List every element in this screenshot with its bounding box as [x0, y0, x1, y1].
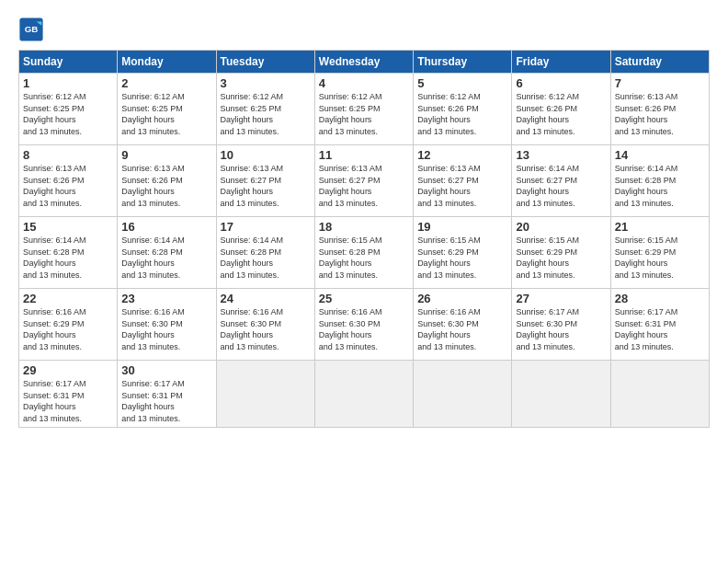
day-info: Sunrise: 6:14 AMSunset: 6:28 PMDaylight …	[23, 235, 113, 281]
calendar-cell: 10Sunrise: 6:13 AMSunset: 6:27 PMDayligh…	[216, 145, 314, 217]
day-info: Sunrise: 6:15 AMSunset: 6:29 PMDaylight …	[516, 235, 606, 281]
day-info: Sunrise: 6:16 AMSunset: 6:29 PMDaylight …	[23, 306, 113, 352]
weekday-header: Sunday	[19, 51, 118, 74]
day-number: 20	[516, 220, 606, 234]
day-number: 16	[121, 220, 211, 234]
day-info: Sunrise: 6:17 AMSunset: 6:30 PMDaylight …	[516, 306, 606, 352]
day-info: Sunrise: 6:14 AMSunset: 6:28 PMDaylight …	[121, 235, 211, 281]
day-info: Sunrise: 6:12 AMSunset: 6:26 PMDaylight …	[516, 91, 606, 137]
day-info: Sunrise: 6:17 AMSunset: 6:31 PMDaylight …	[615, 306, 705, 352]
calendar-cell: 14Sunrise: 6:14 AMSunset: 6:28 PMDayligh…	[610, 145, 709, 217]
calendar-cell	[414, 361, 512, 428]
calendar: SundayMondayTuesdayWednesdayThursdayFrid…	[18, 50, 710, 428]
day-number: 24	[221, 292, 311, 305]
calendar-cell: 2Sunrise: 6:12 AMSunset: 6:25 PMDaylight…	[118, 74, 216, 145]
day-number: 19	[417, 220, 507, 234]
svg-text:GB: GB	[25, 24, 39, 34]
day-number: 29	[23, 363, 113, 377]
day-info: Sunrise: 6:13 AMSunset: 6:27 PMDaylight …	[319, 163, 409, 209]
day-info: Sunrise: 6:12 AMSunset: 6:26 PMDaylight …	[417, 91, 507, 137]
calendar-cell: 23Sunrise: 6:16 AMSunset: 6:30 PMDayligh…	[118, 289, 216, 361]
calendar-cell: 26Sunrise: 6:16 AMSunset: 6:30 PMDayligh…	[414, 289, 512, 361]
day-info: Sunrise: 6:13 AMSunset: 6:27 PMDaylight …	[417, 163, 507, 209]
calendar-cell	[216, 361, 314, 428]
day-info: Sunrise: 6:12 AMSunset: 6:25 PMDaylight …	[121, 91, 211, 137]
day-number: 25	[319, 292, 409, 305]
calendar-cell: 4Sunrise: 6:12 AMSunset: 6:25 PMDaylight…	[314, 74, 413, 145]
day-number: 13	[516, 148, 606, 162]
day-info: Sunrise: 6:13 AMSunset: 6:26 PMDaylight …	[23, 163, 113, 209]
day-number: 26	[417, 292, 507, 305]
day-number: 21	[615, 220, 705, 234]
day-number: 1	[23, 76, 113, 90]
day-info: Sunrise: 6:15 AMSunset: 6:29 PMDaylight …	[615, 235, 705, 281]
calendar-cell: 28Sunrise: 6:17 AMSunset: 6:31 PMDayligh…	[610, 289, 709, 361]
calendar-week-row: 1Sunrise: 6:12 AMSunset: 6:25 PMDaylight…	[19, 74, 710, 145]
day-info: Sunrise: 6:17 AMSunset: 6:31 PMDaylight …	[121, 378, 211, 424]
day-number: 22	[23, 292, 113, 305]
calendar-cell: 9Sunrise: 6:13 AMSunset: 6:26 PMDaylight…	[118, 145, 216, 217]
calendar-cell: 19Sunrise: 6:15 AMSunset: 6:29 PMDayligh…	[414, 217, 512, 289]
calendar-cell: 17Sunrise: 6:14 AMSunset: 6:28 PMDayligh…	[216, 217, 314, 289]
day-number: 12	[417, 148, 507, 162]
day-info: Sunrise: 6:14 AMSunset: 6:28 PMDaylight …	[615, 163, 705, 209]
calendar-cell: 3Sunrise: 6:12 AMSunset: 6:25 PMDaylight…	[216, 74, 314, 145]
weekday-header: Wednesday	[314, 51, 413, 74]
day-info: Sunrise: 6:14 AMSunset: 6:28 PMDaylight …	[221, 235, 311, 281]
calendar-cell: 29Sunrise: 6:17 AMSunset: 6:31 PMDayligh…	[19, 361, 118, 428]
calendar-cell: 1Sunrise: 6:12 AMSunset: 6:25 PMDaylight…	[19, 74, 118, 145]
calendar-cell: 21Sunrise: 6:15 AMSunset: 6:29 PMDayligh…	[610, 217, 709, 289]
calendar-cell: 11Sunrise: 6:13 AMSunset: 6:27 PMDayligh…	[314, 145, 413, 217]
day-number: 18	[319, 220, 409, 234]
day-number: 23	[121, 292, 211, 305]
calendar-week-row: 29Sunrise: 6:17 AMSunset: 6:31 PMDayligh…	[19, 361, 710, 428]
weekday-header: Tuesday	[216, 51, 314, 74]
logo-icon: GB	[18, 17, 44, 42]
calendar-cell: 5Sunrise: 6:12 AMSunset: 6:26 PMDaylight…	[414, 74, 512, 145]
calendar-cell	[314, 361, 413, 428]
day-number: 6	[516, 76, 606, 90]
calendar-cell: 22Sunrise: 6:16 AMSunset: 6:29 PMDayligh…	[19, 289, 118, 361]
day-info: Sunrise: 6:16 AMSunset: 6:30 PMDaylight …	[417, 306, 507, 352]
day-number: 3	[221, 76, 311, 90]
header: GB	[18, 17, 710, 42]
calendar-week-row: 8Sunrise: 6:13 AMSunset: 6:26 PMDaylight…	[19, 145, 710, 217]
calendar-cell: 13Sunrise: 6:14 AMSunset: 6:27 PMDayligh…	[512, 145, 610, 217]
day-info: Sunrise: 6:13 AMSunset: 6:27 PMDaylight …	[221, 163, 311, 209]
weekday-header: Saturday	[610, 51, 709, 74]
day-info: Sunrise: 6:15 AMSunset: 6:29 PMDaylight …	[417, 235, 507, 281]
calendar-cell: 7Sunrise: 6:13 AMSunset: 6:26 PMDaylight…	[610, 74, 709, 145]
calendar-cell: 16Sunrise: 6:14 AMSunset: 6:28 PMDayligh…	[118, 217, 216, 289]
calendar-cell: 30Sunrise: 6:17 AMSunset: 6:31 PMDayligh…	[118, 361, 216, 428]
day-number: 7	[615, 76, 705, 90]
day-info: Sunrise: 6:17 AMSunset: 6:31 PMDaylight …	[23, 378, 113, 424]
calendar-header-row: SundayMondayTuesdayWednesdayThursdayFrid…	[19, 51, 710, 74]
day-info: Sunrise: 6:15 AMSunset: 6:28 PMDaylight …	[319, 235, 409, 281]
day-number: 5	[417, 76, 507, 90]
weekday-header: Thursday	[414, 51, 512, 74]
day-number: 14	[615, 148, 705, 162]
calendar-cell: 20Sunrise: 6:15 AMSunset: 6:29 PMDayligh…	[512, 217, 610, 289]
day-number: 8	[23, 148, 113, 162]
calendar-cell: 8Sunrise: 6:13 AMSunset: 6:26 PMDaylight…	[19, 145, 118, 217]
day-number: 11	[319, 148, 409, 162]
day-number: 9	[121, 148, 211, 162]
weekday-header: Monday	[118, 51, 216, 74]
calendar-cell: 6Sunrise: 6:12 AMSunset: 6:26 PMDaylight…	[512, 74, 610, 145]
calendar-cell	[610, 361, 709, 428]
calendar-week-row: 15Sunrise: 6:14 AMSunset: 6:28 PMDayligh…	[19, 217, 710, 289]
day-number: 4	[319, 76, 409, 90]
day-number: 17	[221, 220, 311, 234]
calendar-cell: 24Sunrise: 6:16 AMSunset: 6:30 PMDayligh…	[216, 289, 314, 361]
day-info: Sunrise: 6:14 AMSunset: 6:27 PMDaylight …	[516, 163, 606, 209]
day-number: 15	[23, 220, 113, 234]
day-info: Sunrise: 6:13 AMSunset: 6:26 PMDaylight …	[615, 91, 705, 137]
day-info: Sunrise: 6:16 AMSunset: 6:30 PMDaylight …	[121, 306, 211, 352]
calendar-cell: 12Sunrise: 6:13 AMSunset: 6:27 PMDayligh…	[414, 145, 512, 217]
weekday-header: Friday	[512, 51, 610, 74]
calendar-cell: 15Sunrise: 6:14 AMSunset: 6:28 PMDayligh…	[19, 217, 118, 289]
day-info: Sunrise: 6:12 AMSunset: 6:25 PMDaylight …	[221, 91, 311, 137]
logo: GB	[18, 17, 46, 42]
day-info: Sunrise: 6:13 AMSunset: 6:26 PMDaylight …	[121, 163, 211, 209]
calendar-week-row: 22Sunrise: 6:16 AMSunset: 6:29 PMDayligh…	[19, 289, 710, 361]
